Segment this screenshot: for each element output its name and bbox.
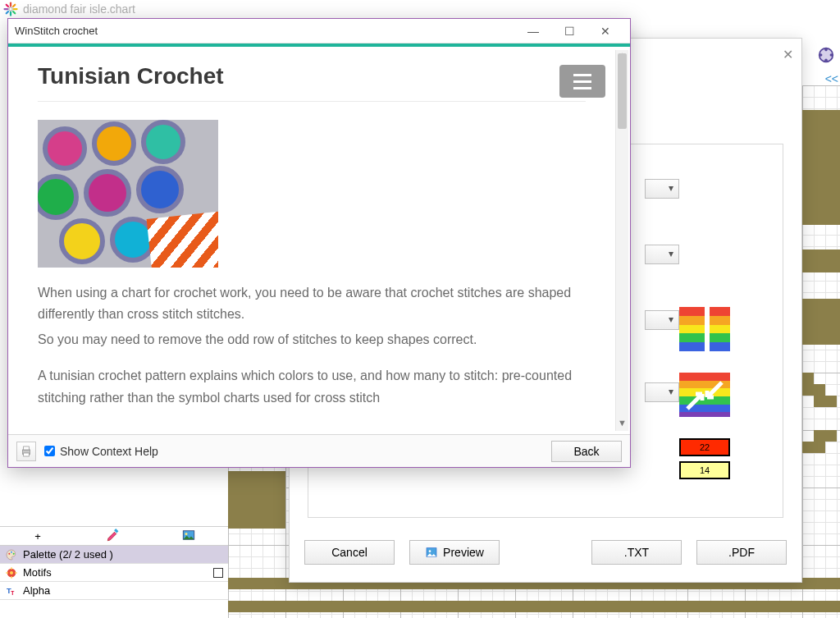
svg-line-2 (13, 5, 15, 7)
svg-point-18 (11, 551, 12, 552)
show-context-help-checkbox[interactable]: Show Context Help (44, 445, 158, 458)
svg-point-13 (819, 53, 823, 57)
motif-icon (5, 566, 18, 579)
nav-arrows[interactable]: << (825, 72, 838, 85)
dropdown-3[interactable] (645, 310, 679, 330)
panel-row-label: Motifs (23, 566, 52, 579)
app-icon (3, 2, 18, 16)
swatch-counts: 22 14 (679, 438, 730, 483)
dropdown-2[interactable] (645, 245, 679, 264)
maximize-button[interactable]: ☐ (551, 25, 587, 38)
svg-line-8 (7, 5, 8, 7)
count-yellow: 14 (679, 461, 730, 479)
panel-row-palette[interactable]: Palette (2/ 2 used ) (0, 546, 228, 564)
dropdown-1[interactable] (645, 179, 679, 199)
panel-row-label: Alpha (23, 584, 50, 597)
brush-tool-icon[interactable] (75, 528, 151, 545)
context-help-label: Show Context Help (60, 445, 158, 458)
dropdown-4[interactable] (645, 382, 679, 402)
svg-line-4 (13, 11, 15, 13)
add-button[interactable]: + (0, 530, 75, 542)
panel-row-label: Palette (2/ 2 used ) (23, 548, 113, 561)
divider (38, 101, 586, 102)
help-scrollbar[interactable]: ▲ ▼ (615, 50, 628, 431)
help-window: WinStitch crochet ― ☐ ✕ Tunisian Crochet… (7, 18, 631, 468)
svg-point-17 (8, 552, 10, 554)
help-content: Tunisian Crochet When using a chart for … (8, 47, 615, 433)
panel-row-motifs[interactable]: Motifs (0, 564, 228, 582)
left-panel-toolbar: + (0, 526, 228, 546)
crochet-example-image (38, 120, 218, 268)
cancel-button[interactable]: Cancel (304, 540, 395, 565)
svg-point-0 (9, 7, 13, 11)
panel-row-alpha[interactable]: TT Alpha (0, 582, 228, 600)
export-dialog-footer: Cancel Preview .TXT .PDF (290, 536, 801, 569)
count-red: 22 (679, 438, 730, 456)
svg-point-29 (429, 550, 431, 552)
swatch-column: 22 14 (679, 307, 733, 504)
context-help-input[interactable] (44, 446, 55, 456)
help-paragraph-3: A tunisian crochet pattern explains whic… (38, 365, 586, 409)
export-txt-button[interactable]: .TXT (591, 540, 682, 565)
corner-tool-icon[interactable] (817, 46, 835, 64)
help-paragraph-1: When using a chart for crochet work, you… (38, 282, 586, 326)
svg-point-10 (824, 48, 828, 52)
alpha-icon: TT (5, 584, 18, 597)
help-paragraph-2: So you may need to remove the odd row of… (38, 329, 586, 350)
app-title: diamond fair isle.chart (23, 0, 135, 18)
left-side-panel: + Palette (2/ 2 used ) Motifs TT (0, 526, 228, 600)
help-window-title: WinStitch crochet (15, 25, 515, 37)
help-footer: Show Context Help Back (8, 434, 630, 467)
scroll-down-icon[interactable]: ▼ (616, 418, 628, 431)
palette-icon (5, 548, 18, 561)
close-icon[interactable]: ✕ (783, 47, 793, 62)
svg-rect-32 (24, 453, 30, 456)
svg-point-16 (185, 533, 188, 535)
svg-point-12 (824, 59, 828, 62)
export-pdf-button[interactable]: .PDF (696, 540, 787, 565)
svg-point-21 (10, 571, 13, 575)
svg-point-11 (830, 53, 833, 57)
svg-line-6 (7, 11, 8, 13)
swatch-stripes (679, 307, 730, 351)
image-tool-icon[interactable] (151, 528, 226, 545)
printer-icon (20, 445, 33, 458)
back-button[interactable]: Back (551, 441, 622, 462)
motif-checkbox[interactable] (213, 568, 223, 578)
help-titlebar[interactable]: WinStitch crochet ― ☐ ✕ (8, 19, 630, 43)
swatch-stripes-arrows (679, 373, 730, 417)
svg-text:T: T (11, 590, 14, 596)
help-heading: Tunisian Crochet (38, 63, 586, 89)
svg-rect-31 (24, 446, 30, 450)
minimize-button[interactable]: ― (515, 25, 551, 38)
close-button[interactable]: ✕ (587, 25, 623, 38)
scroll-thumb[interactable] (618, 53, 627, 129)
preview-icon (425, 546, 438, 559)
print-button[interactable] (16, 442, 36, 461)
svg-point-19 (13, 552, 15, 554)
preview-button[interactable]: Preview (409, 540, 500, 565)
